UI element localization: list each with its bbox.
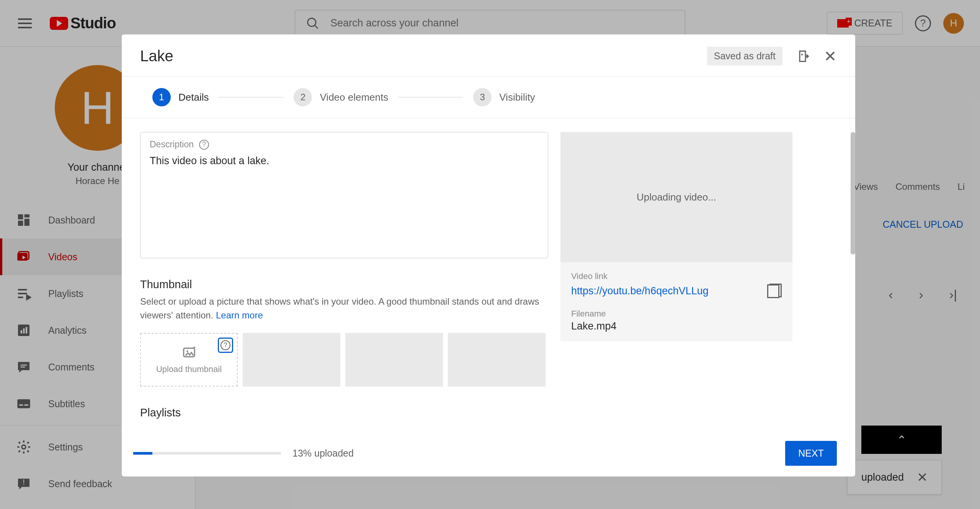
thumbnail-desc: Select or upload a picture that shows wh…	[140, 295, 542, 322]
filename-value: Lake.mp4	[571, 320, 782, 332]
upload-modal: Lake Saved as draft ✕ 1 Details 2 Video …	[122, 34, 855, 476]
thumbnail-option[interactable]	[345, 333, 443, 387]
svg-point-18	[186, 350, 188, 352]
description-field[interactable]: Description ? This video is about a lake…	[140, 132, 548, 258]
upload-thumbnail-label: Upload thumbnail	[156, 364, 222, 374]
playlists-title: Playlists	[140, 406, 548, 419]
thumbnail-help-button[interactable]: ?	[218, 338, 233, 353]
upload-progress-bar	[133, 452, 281, 455]
modal-header-actions: Saved as draft ✕	[707, 47, 837, 65]
svg-rect-15	[800, 51, 805, 61]
stepper: 1 Details 2 Video elements 3 Visibility	[122, 77, 855, 118]
step-details[interactable]: 1 Details	[152, 88, 209, 106]
next-button[interactable]: NEXT	[785, 441, 837, 466]
help-icon: ?	[220, 340, 230, 350]
step-connector	[219, 97, 284, 98]
progress-text: 13% uploaded	[292, 448, 354, 459]
close-icon[interactable]: ✕	[824, 47, 837, 65]
step-label: Video elements	[320, 91, 388, 103]
help-icon[interactable]: ?	[199, 140, 209, 150]
right-column: Uploading video... Video link https://yo…	[560, 132, 792, 434]
modal-header: Lake Saved as draft ✕	[122, 34, 855, 77]
thumbnail-option[interactable]	[243, 333, 340, 387]
modal-footer: 13% uploaded NEXT	[122, 434, 855, 476]
description-label-row: Description ?	[150, 139, 539, 150]
svg-point-16	[801, 54, 803, 55]
upload-thumbnail-button[interactable]: ? + Upload thumbnail	[140, 333, 238, 387]
filename-label: Filename	[571, 309, 782, 319]
step-number: 2	[294, 88, 312, 106]
left-column: Description ? This video is about a lake…	[140, 132, 548, 434]
description-value: This video is about a lake.	[150, 155, 539, 167]
video-link-row: https://youtu.be/h6qechVLLug	[571, 284, 782, 298]
step-label: Details	[178, 91, 209, 103]
svg-text:+: +	[193, 345, 196, 351]
step-label: Visibility	[499, 91, 535, 103]
step-number: 1	[152, 88, 171, 106]
copy-icon[interactable]	[767, 284, 782, 298]
video-link[interactable]: https://youtu.be/h6qechVLLug	[571, 285, 709, 297]
thumbnail-row: ? + Upload thumbnail	[140, 333, 548, 387]
step-video-elements[interactable]: 2 Video elements	[294, 88, 388, 106]
modal-title: Lake	[140, 47, 173, 65]
filename-section: Filename Lake.mp4	[571, 309, 782, 332]
learn-more-link[interactable]: Learn more	[216, 310, 263, 320]
modal-body: Description ? This video is about a lake…	[122, 118, 855, 434]
exit-door-icon[interactable]	[796, 49, 810, 63]
thumbnail-option[interactable]	[448, 333, 546, 387]
step-connector	[398, 97, 463, 98]
step-number: 3	[473, 88, 492, 106]
description-label: Description	[150, 139, 194, 150]
video-link-label: Video link	[571, 271, 782, 281]
thumbnail-title: Thumbnail	[140, 278, 548, 291]
save-status-badge: Saved as draft	[707, 47, 782, 65]
progress-fill	[133, 452, 152, 455]
step-visibility[interactable]: 3 Visibility	[473, 88, 535, 106]
add-image-icon: +	[182, 345, 196, 360]
video-preview: Uploading video...	[560, 132, 792, 262]
video-link-section: Video link https://youtu.be/h6qechVLLug …	[560, 262, 792, 341]
scrollbar[interactable]	[851, 132, 855, 254]
